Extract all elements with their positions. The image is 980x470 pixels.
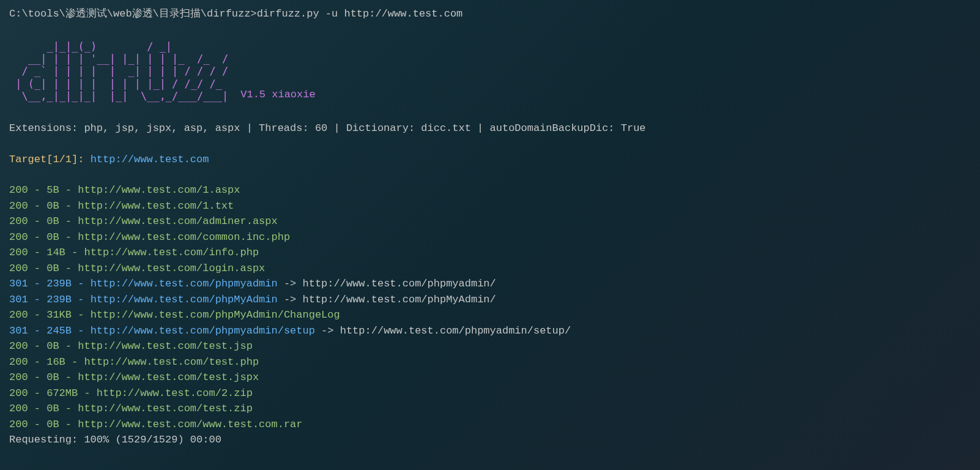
banner-container: _|_|_(_) / _| __| | | | '__| |_| | | |_ … bbox=[9, 40, 971, 106]
result-row: 301 - 245B - http://www.test.com/phpmyad… bbox=[9, 323, 971, 339]
separator: - bbox=[59, 419, 78, 430]
separator: - bbox=[28, 356, 47, 368]
response-size: 0B bbox=[46, 371, 59, 383]
response-size: 16B bbox=[46, 356, 65, 368]
result-row: 200 - 5B - http://www.test.com/1.aspx bbox=[9, 182, 971, 198]
separator: - bbox=[59, 403, 78, 414]
separator: - bbox=[28, 263, 47, 274]
separator: - bbox=[59, 215, 78, 227]
result-url: http://www.test.com/2.zip bbox=[97, 387, 253, 399]
result-url: http://www.test.com/1.txt bbox=[78, 200, 234, 212]
separator: - bbox=[59, 340, 78, 352]
separator: - bbox=[28, 294, 47, 305]
separator: - bbox=[78, 387, 97, 399]
separator: - bbox=[28, 247, 47, 258]
requesting-status: Requesting: 100% (1529/1529) 00:00 bbox=[9, 432, 971, 448]
status-code: 200 bbox=[9, 387, 28, 399]
result-url: http://www.test.com/phpMyAdmin/ChangeLog bbox=[91, 309, 340, 321]
separator: - bbox=[28, 403, 47, 414]
status-code: 200 bbox=[9, 231, 28, 243]
separator: - bbox=[28, 231, 47, 243]
separator: - bbox=[28, 325, 47, 337]
status-code: 200 bbox=[9, 371, 28, 383]
response-size: 5B bbox=[46, 184, 59, 196]
results-list: 200 - 5B - http://www.test.com/1.aspx200… bbox=[9, 182, 971, 432]
result-row: 301 - 239B - http://www.test.com/phpMyAd… bbox=[9, 292, 971, 308]
separator: - bbox=[28, 200, 47, 212]
result-url: http://www.test.com/phpmyadmin/setup bbox=[91, 325, 315, 337]
result-row: 200 - 0B - http://www.test.com/login.asp… bbox=[9, 261, 971, 277]
result-url: http://www.test.com/1.aspx bbox=[78, 184, 240, 196]
status-code: 200 bbox=[9, 340, 28, 352]
status-code: 200 bbox=[9, 247, 28, 258]
result-url: http://www.test.com/test.zip bbox=[78, 403, 253, 414]
result-row: 200 - 0B - http://www.test.com/test.jspx bbox=[9, 370, 971, 386]
result-row: 301 - 239B - http://www.test.com/phpmyad… bbox=[9, 276, 971, 292]
redirect-url: http://www.test.com/phpMyAdmin/ bbox=[303, 294, 496, 305]
response-size: 31KB bbox=[46, 309, 72, 321]
response-size: 0B bbox=[46, 419, 59, 430]
separator: - bbox=[28, 340, 47, 352]
result-url: http://www.test.com/test.jspx bbox=[78, 371, 259, 383]
result-url: http://www.test.com/common.inc.php bbox=[78, 231, 290, 243]
ascii-banner: _|_|_(_) / _| __| | | | '__| |_| | | |_ … bbox=[9, 40, 228, 103]
status-code: 301 bbox=[9, 325, 28, 337]
separator: - bbox=[59, 263, 78, 274]
status-code: 301 bbox=[9, 278, 28, 289]
response-size: 0B bbox=[46, 340, 59, 352]
separator: - bbox=[72, 278, 91, 289]
response-size: 0B bbox=[46, 200, 59, 212]
result-row: 200 - 0B - http://www.test.com/common.in… bbox=[9, 229, 971, 245]
separator: - bbox=[28, 387, 47, 399]
status-code: 200 bbox=[9, 215, 28, 227]
redirect-url: http://www.test.com/phpmyadmin/setup/ bbox=[340, 325, 571, 337]
target-label: Target[1/1]: bbox=[9, 154, 91, 165]
status-code: 200 bbox=[9, 263, 28, 274]
result-row: 200 - 0B - http://www.test.com/www.test.… bbox=[9, 417, 971, 433]
redirect-arrow: -> bbox=[278, 294, 303, 305]
result-url: http://www.test.com/phpmyadmin bbox=[91, 278, 278, 289]
result-url: http://www.test.com/test.jsp bbox=[78, 340, 253, 352]
command-line[interactable]: C:\tools\渗透测试\web渗透\目录扫描\dirfuzz>dirfuzz… bbox=[9, 6, 971, 22]
response-size: 239B bbox=[46, 278, 72, 289]
separator: - bbox=[28, 278, 47, 289]
result-row: 200 - 0B - http://www.test.com/test.jsp bbox=[9, 338, 971, 354]
separator: - bbox=[28, 215, 47, 227]
status-code: 200 bbox=[9, 356, 28, 368]
result-row: 200 - 0B - http://www.test.com/1.txt bbox=[9, 198, 971, 214]
result-url: http://www.test.com/adminer.aspx bbox=[78, 215, 277, 227]
result-url: http://www.test.com/test.php bbox=[84, 356, 259, 368]
result-row: 200 - 0B - http://www.test.com/adminer.a… bbox=[9, 214, 971, 229]
separator: - bbox=[72, 325, 91, 337]
result-row: 200 - 31KB - http://www.test.com/phpMyAd… bbox=[9, 307, 971, 323]
separator: - bbox=[59, 184, 78, 196]
result-url: http://www.test.com/info.php bbox=[84, 247, 259, 258]
response-size: 14B bbox=[46, 247, 65, 258]
separator: - bbox=[28, 419, 47, 430]
result-url: http://www.test.com/login.aspx bbox=[78, 263, 265, 274]
result-row: 200 - 16B - http://www.test.com/test.php bbox=[9, 354, 971, 370]
response-size: 0B bbox=[46, 403, 59, 414]
status-code: 200 bbox=[9, 309, 28, 321]
separator: - bbox=[65, 247, 84, 258]
redirect-arrow: -> bbox=[278, 278, 303, 289]
target-url: http://www.test.com bbox=[91, 154, 209, 165]
status-code: 200 bbox=[9, 184, 28, 196]
separator: - bbox=[59, 200, 78, 212]
redirect-arrow: -> bbox=[315, 325, 340, 337]
status-code: 200 bbox=[9, 403, 28, 414]
config-line: Extensions: php, jsp, jspx, asp, aspx | … bbox=[9, 121, 971, 136]
separator: - bbox=[72, 309, 91, 321]
result-url: http://www.test.com/www.test.com.rar bbox=[78, 419, 302, 430]
separator: - bbox=[28, 184, 47, 196]
response-size: 239B bbox=[46, 294, 72, 305]
separator: - bbox=[65, 356, 84, 368]
redirect-url: http://www.test.com/phpmyadmin/ bbox=[303, 278, 496, 289]
target-line: Target[1/1]: http://www.test.com bbox=[9, 152, 971, 168]
response-size: 0B bbox=[46, 215, 59, 227]
result-url: http://www.test.com/phpMyAdmin bbox=[91, 294, 278, 305]
status-code: 200 bbox=[9, 200, 28, 212]
response-size: 672MB bbox=[46, 387, 78, 399]
separator: - bbox=[59, 231, 78, 243]
result-row: 200 - 0B - http://www.test.com/test.zip bbox=[9, 401, 971, 417]
